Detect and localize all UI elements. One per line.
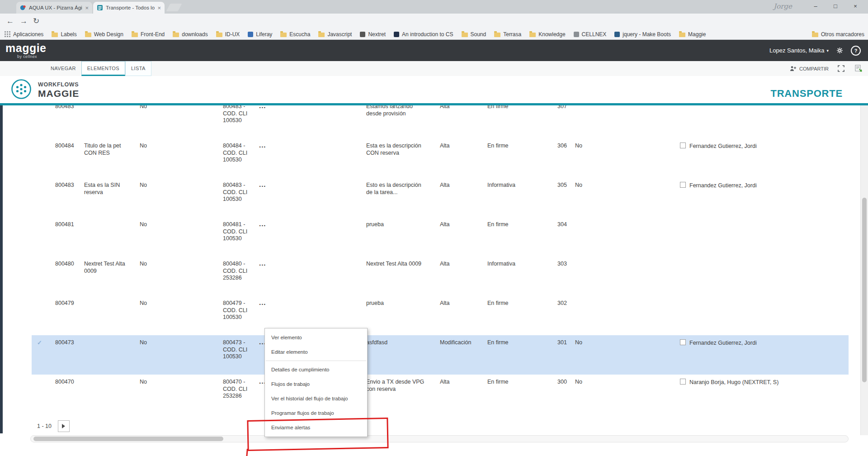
page-title-area: WORKFLOWS MAGGIE TRANSPORTE <box>0 76 868 103</box>
context-menu-item[interactable]: Ver el historial del flujo de trabajo <box>265 391 367 406</box>
new-tab-button[interactable] <box>166 4 182 11</box>
ribbon-tab-lista[interactable]: LISTA <box>125 61 151 76</box>
tab-close-icon[interactable]: × <box>85 5 89 11</box>
bookmark-item[interactable]: An introduction to CS <box>394 31 453 38</box>
bookmark-label: Terrasa <box>503 31 521 38</box>
bookmark-label: Javascript <box>327 31 352 38</box>
folder-icon <box>173 33 179 37</box>
row-checkbox[interactable] <box>680 379 686 385</box>
bookmark-item[interactable]: Escucha <box>280 31 310 38</box>
window-controls: – □ × <box>806 0 865 12</box>
app-logo[interactable]: maggie <box>5 43 47 54</box>
user-signature-overlay: Jorge <box>774 2 792 10</box>
horizontal-scrollbar-thumb[interactable] <box>33 437 223 441</box>
bookmark-label: Front-End <box>141 31 165 38</box>
bookmark-item[interactable]: Aplicaciones <box>5 31 43 38</box>
bookmark-item[interactable]: Web Design <box>85 31 123 38</box>
context-menu-item[interactable]: Ver elemento <box>265 330 367 345</box>
row-menu-icon[interactable]: ... <box>259 105 266 108</box>
cell-number: 307 <box>557 105 575 138</box>
cell-code: 800470 - COD. CLI 253286 <box>223 379 259 414</box>
maximize-button[interactable]: □ <box>826 0 845 12</box>
cell-no: No <box>140 142 223 178</box>
bookmark-item[interactable]: downloads <box>173 31 208 38</box>
row-checkbox[interactable] <box>680 182 686 188</box>
ribbon-tabs: NAVEGAR ELEMENTOS LISTA <box>45 61 151 76</box>
context-menu-item[interactable]: Detalles de cumplimiento <box>265 362 367 377</box>
row-menu-icon[interactable]: ... <box>259 182 266 186</box>
cell-title: Nextret Test Alta 0009 <box>84 261 140 296</box>
bookmark-item[interactable]: Nextret <box>360 31 386 38</box>
library-settings-icon[interactable] <box>855 65 863 72</box>
table-row[interactable]: 800483No800483 - COD. CLI 100530...Estam… <box>32 105 849 138</box>
bookmark-item[interactable]: Maggie <box>679 31 706 38</box>
bookmark-item[interactable]: CELLNEX <box>574 31 607 38</box>
bookmark-item[interactable]: Javascript <box>318 31 352 38</box>
cell-no: No <box>140 221 223 256</box>
row-checkbox[interactable] <box>680 142 686 148</box>
screen: AQUA UX - Pizarra Ágil × Transporte - To… <box>0 0 868 456</box>
close-button[interactable]: × <box>845 0 865 12</box>
share-button[interactable]: COMPARTIR <box>790 66 829 71</box>
bookmark-item[interactable]: Liferay <box>248 31 272 38</box>
cell-title <box>84 379 140 414</box>
browser-tab-transporte[interactable]: Transporte - Todos los el × <box>93 2 165 14</box>
browser-tab-aqua[interactable]: AQUA UX - Pizarra Ágil × <box>16 2 92 14</box>
cell-no: No <box>140 300 223 335</box>
bookmark-item[interactable]: Knowledge <box>529 31 565 38</box>
bookmark-item[interactable]: jquery - Make Boots <box>614 31 671 38</box>
table-row[interactable]: 800470No800470 - COD. CLI 253286...Envio… <box>32 375 849 414</box>
cell-id: 800470 <box>55 379 84 414</box>
help-icon[interactable]: ? <box>851 46 861 56</box>
chevron-down-icon: ▾ <box>826 48 829 53</box>
bookmark-item[interactable]: Front-End <box>132 31 165 38</box>
table-row[interactable]: 800479No800479 - COD. CLI 100530...prueb… <box>32 296 849 335</box>
reload-icon[interactable]: ↻ <box>33 17 39 26</box>
other-bookmarks[interactable]: Otros marcadores <box>812 31 864 38</box>
bookmark-label: jquery - Make Boots <box>623 31 671 38</box>
forward-icon[interactable]: → <box>20 17 28 26</box>
cell-title: Titulo de la pet CON RES <box>84 142 140 178</box>
bookmark-label: downloads <box>182 31 208 38</box>
cell-status: En firme <box>487 221 557 256</box>
context-menu-item[interactable]: Editar elemento <box>265 345 367 359</box>
bookmark-label: Maggie <box>688 31 706 38</box>
row-menu-icon[interactable]: ... <box>259 300 266 304</box>
row-menu-icon[interactable]: ... <box>259 143 266 147</box>
cell-title <box>84 339 140 375</box>
ribbon-tab-elementos[interactable]: ELEMENTOS <box>81 61 125 76</box>
table-row[interactable]: 800480Nextret Test Alta 0009No800480 - C… <box>32 256 849 296</box>
table-row[interactable]: 800484Titulo de la pet CON RESNo800484 -… <box>32 138 849 178</box>
vertical-scrollbar[interactable] <box>860 105 868 435</box>
cell-status: Informativa <box>487 261 557 296</box>
row-menu-icon[interactable]: ... <box>259 222 266 226</box>
context-menu-item[interactable]: Flujos de trabajo <box>265 377 367 391</box>
bookmark-item[interactable]: Labels <box>52 31 76 38</box>
bookmark-item[interactable]: Terrasa <box>494 31 521 38</box>
table-row[interactable]: 800483Esta es la SIN reservaNo800483 - C… <box>32 178 849 217</box>
next-page-button[interactable] <box>58 420 70 432</box>
back-icon[interactable]: ← <box>6 17 14 26</box>
table-row[interactable]: 800481No800481 - COD. CLI 100530...prueb… <box>32 217 849 256</box>
cell-menu: ... <box>259 221 366 256</box>
cell-code-text: 800479 - COD. CLI 100530 <box>223 300 249 321</box>
bookmark-item[interactable]: ID-UX <box>216 31 240 38</box>
minimize-button[interactable]: – <box>806 0 826 12</box>
table-row[interactable]: ✓800473No800473 - COD. CLI 100530...asfd… <box>32 335 849 375</box>
cell-code: 800480 - COD. CLI 253286 <box>223 261 259 296</box>
user-menu[interactable]: Lopez Santos, Maika▾ <box>769 47 829 54</box>
cell-priority: Alta <box>440 182 487 217</box>
focus-mode-icon[interactable] <box>838 65 844 72</box>
tab-favicon <box>97 5 103 11</box>
row-checkbox[interactable] <box>680 339 686 345</box>
gear-icon[interactable] <box>836 47 844 54</box>
vertical-scrollbar-thumb[interactable] <box>862 198 867 382</box>
tab-close-icon[interactable]: × <box>157 5 161 11</box>
row-menu-icon[interactable]: ... <box>259 261 266 265</box>
site-name[interactable]: MAGGIE <box>38 88 79 99</box>
bookmark-item[interactable]: Sound <box>462 31 486 38</box>
cell-assigned: Fernandez Gutierrez, Jordi <box>680 142 849 178</box>
cell-title <box>84 221 140 256</box>
ribbon-tab-navegar[interactable]: NAVEGAR <box>45 61 81 76</box>
horizontal-scrollbar[interactable] <box>30 435 849 442</box>
